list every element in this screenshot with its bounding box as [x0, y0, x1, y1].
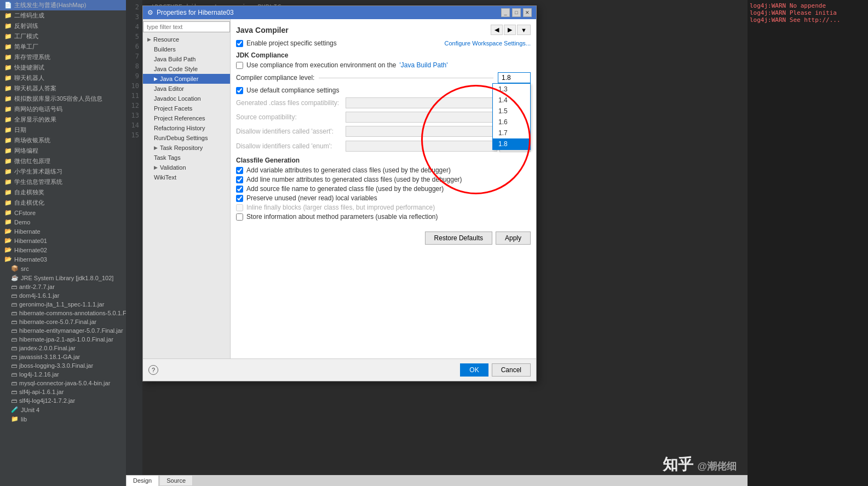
- left-panel-item-24[interactable]: 📂Hibernate02: [0, 245, 126, 254]
- left-panel-item-26[interactable]: 📦src: [0, 264, 126, 273]
- sidebar-item-9[interactable]: Refactoring History: [143, 123, 230, 133]
- left-panel-item-10[interactable]: 📁商网站的电话号码: [0, 104, 126, 114]
- left-panel-item-36[interactable]: 🗃javassist-3.18.1-GA.jar: [0, 352, 126, 361]
- classfile-checkbox-3[interactable]: [236, 195, 243, 202]
- tab-design[interactable]: Design: [126, 475, 159, 486]
- left-panel-item-18[interactable]: 📁自走棋独奖: [0, 187, 126, 198]
- left-panel-item-0[interactable]: 📄主线发生与普通(HashMap): [0, 0, 126, 10]
- sidebar-arrow-11: ▶: [154, 145, 158, 151]
- sidebar-item-8[interactable]: Project References: [143, 113, 230, 123]
- nav-dropdown-button[interactable]: ▼: [517, 25, 531, 35]
- left-panel-item-1[interactable]: 📁二维码生成: [0, 10, 126, 21]
- sidebar-label-11: Task Repository: [160, 144, 203, 151]
- dialog-controls[interactable]: _ □ ✕: [501, 8, 532, 17]
- use-default-compliance-checkbox[interactable]: [236, 87, 243, 94]
- dropdown-item-18[interactable]: 1.8: [493, 138, 530, 149]
- sidebar-item-0[interactable]: ▶Resource: [143, 34, 230, 44]
- left-panel-item-43[interactable]: 📁lib: [0, 414, 126, 424]
- configure-workspace-link[interactable]: Configure Workspace Settings...: [444, 40, 531, 47]
- left-panel-item-33[interactable]: 🗃hibernate-entitymanager-5.0.7.Final.jar: [0, 326, 126, 335]
- left-panel-item-19[interactable]: 📁自走棋优化: [0, 198, 126, 208]
- sidebar-item-1[interactable]: Builders: [143, 44, 230, 54]
- left-panel-item-9[interactable]: 📁模拟数据库显示305宿舍人员信息: [0, 94, 126, 104]
- left-panel-item-40[interactable]: 🗃slf4j-api-1.6.1.jar: [0, 387, 126, 396]
- dropdown-item-15[interactable]: 1.5: [493, 106, 530, 117]
- disallow-assert-row: Disallow identifiers called 'assert':: [236, 126, 531, 137]
- sidebar-item-12[interactable]: Task Tags: [143, 153, 230, 163]
- left-panel-item-12[interactable]: 📁日期: [0, 125, 126, 135]
- dropdown-item-17[interactable]: 1.7: [493, 128, 530, 138]
- sidebar-item-13[interactable]: ▶Validation: [143, 163, 230, 172]
- left-panel-item-39[interactable]: 🗃mysql-connector-java-5.0.4-bin.jar: [0, 379, 126, 387]
- sidebar-item-5[interactable]: Java Editor: [143, 84, 230, 94]
- left-panel-item-16[interactable]: 📁小学生算术题练习: [0, 166, 126, 177]
- tab-source[interactable]: Source: [159, 475, 193, 486]
- restore-defaults-button[interactable]: Restore Defaults: [425, 232, 492, 245]
- left-panel-item-7[interactable]: 📁聊天机器人: [0, 73, 126, 83]
- help-icon[interactable]: ?: [148, 365, 158, 375]
- left-panel-item-5[interactable]: 📁库存管理系统: [0, 52, 126, 62]
- left-panel-item-8[interactable]: 📁聊天机器人答案: [0, 83, 126, 94]
- left-panel-item-28[interactable]: 🗃antlr-2.7.7.jar: [0, 282, 126, 291]
- left-panel-item-35[interactable]: 🗃jandex-2.0.0.Final.jar: [0, 344, 126, 352]
- left-panel-item-42[interactable]: 🧪JUnit 4: [0, 405, 126, 414]
- item-label-31: hibernate-commons-annotations-5.0.1.Fina…: [19, 310, 126, 316]
- left-panel-item-29[interactable]: 🗃dom4j-1.6.1.jar: [0, 291, 126, 300]
- dropdown-item-16[interactable]: 1.6: [493, 117, 530, 128]
- enable-specific-checkbox[interactable]: [236, 40, 243, 47]
- cancel-button[interactable]: Cancel: [492, 363, 531, 377]
- nav-buttons[interactable]: ◀ ▶ ▼: [491, 25, 531, 35]
- compliance-dropdown-list[interactable]: 1.3 1.4 1.5 1.6 1.7 1.8: [492, 83, 531, 150]
- close-button[interactable]: ✕: [523, 8, 532, 17]
- left-panel-item-23[interactable]: 📂Hibernate01: [0, 236, 126, 245]
- left-panel-item-13[interactable]: 📁商场收银系统: [0, 135, 126, 146]
- left-panel-item-14[interactable]: 📁网络编程: [0, 146, 126, 156]
- left-panel-item-25[interactable]: 📂Hibernate03: [0, 254, 126, 264]
- left-panel-item-20[interactable]: 📁CFstore: [0, 208, 126, 217]
- apply-button[interactable]: Apply: [496, 232, 531, 245]
- left-panel-item-31[interactable]: 🗃hibernate-commons-annotations-5.0.1.Fin…: [0, 309, 126, 317]
- dropdown-item-14[interactable]: 1.4: [493, 95, 530, 106]
- classfile-checkbox-5[interactable]: [236, 213, 243, 221]
- left-panel-item-11[interactable]: 📁全屏显示的效果: [0, 114, 126, 125]
- left-panel-item-37[interactable]: 🗃jboss-logging-3.3.0.Final.jar: [0, 361, 126, 370]
- left-panel-item-32[interactable]: 🗃hibernate-core-5.0.7.Final.jar: [0, 317, 126, 326]
- sidebar-label-13: Validation: [160, 164, 186, 171]
- classfile-checkbox-0[interactable]: [236, 167, 243, 174]
- left-panel-item-3[interactable]: 📁工厂模式: [0, 31, 126, 42]
- sidebar-item-7[interactable]: Project Facets: [143, 103, 230, 113]
- dropdown-item-13[interactable]: 1.3: [493, 84, 530, 95]
- left-panel-item-30[interactable]: 🗃geronimo-jta_1.1_spec-1.1.1.jar: [0, 300, 126, 309]
- sidebar-item-4[interactable]: ▶Java Compiler: [143, 74, 230, 84]
- sidebar-item-11[interactable]: ▶Task Repository: [143, 143, 230, 153]
- nav-forward-button[interactable]: ▶: [504, 25, 516, 35]
- nav-back-button[interactable]: ◀: [491, 25, 503, 35]
- left-panel-item-21[interactable]: 📁Demo: [0, 217, 126, 227]
- left-panel-item-4[interactable]: 📁简单工厂: [0, 42, 126, 52]
- sidebar-item-3[interactable]: Java Code Style: [143, 64, 230, 74]
- ok-button[interactable]: OK: [460, 363, 488, 377]
- left-panel-item-27[interactable]: ☕JRE System Library [jdk1.8.0_102]: [0, 273, 126, 282]
- sidebar-item-6[interactable]: Javadoc Location: [143, 94, 230, 103]
- left-panel-item-6[interactable]: 📁快捷键测试: [0, 62, 126, 73]
- item-label-15: 微信红包原理: [14, 157, 50, 165]
- sidebar-item-14[interactable]: WikiText: [143, 172, 230, 182]
- sidebar-item-2[interactable]: Java Build Path: [143, 54, 230, 64]
- classfile-checkbox-2[interactable]: [236, 186, 243, 193]
- left-panel-item-38[interactable]: 🗃log4j-1.2.16.jar: [0, 370, 126, 379]
- sidebar-item-10[interactable]: Run/Debug Settings: [143, 133, 230, 143]
- classfile-checkbox-1[interactable]: [236, 176, 243, 183]
- maximize-button[interactable]: □: [512, 8, 521, 17]
- left-panel-item-17[interactable]: 📁学生信息管理系统: [0, 177, 126, 187]
- content-header: Java Compiler ◀ ▶ ▼: [236, 25, 531, 35]
- compliance-select[interactable]: 1.8: [498, 72, 531, 83]
- left-panel-item-22[interactable]: 📂Hibernate: [0, 227, 126, 236]
- use-compliance-checkbox[interactable]: [236, 62, 243, 69]
- filter-input[interactable]: [143, 21, 230, 32]
- left-panel-item-34[interactable]: 🗃hibernate-jpa-2.1-api-1.0.0.Final.jar: [0, 335, 126, 344]
- minimize-button[interactable]: _: [501, 8, 510, 17]
- left-panel-item-15[interactable]: 📁微信红包原理: [0, 156, 126, 166]
- java-build-path-link[interactable]: 'Java Build Path': [399, 61, 447, 69]
- left-panel-item-2[interactable]: 📁反射训练: [0, 21, 126, 31]
- left-panel-item-41[interactable]: 🗃slf4j-log4j12-1.7.2.jar: [0, 396, 126, 405]
